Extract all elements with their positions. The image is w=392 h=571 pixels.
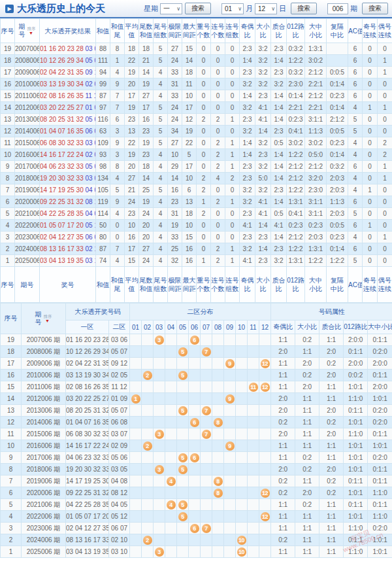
stat-cell: 0	[225, 67, 240, 78]
day-select[interactable]: 12 ∨	[255, 3, 277, 14]
stat-cell: 2:3:0	[287, 78, 305, 90]
issue-input[interactable]	[327, 3, 348, 14]
stat-cell: 2:3	[240, 161, 255, 173]
attr-cell: 2:0:0	[368, 381, 392, 393]
stat-cell: 63	[96, 126, 110, 137]
stat-cell: 10	[125, 220, 139, 232]
stat-cell: 134	[96, 173, 110, 184]
zone-position-cell	[142, 511, 154, 523]
stat-cell: 0	[225, 78, 240, 90]
stat-cell: 3:2	[271, 255, 287, 267]
sort-control[interactable]: 排序▼	[27, 26, 36, 35]
attr-cell: 1:1	[319, 381, 344, 393]
stat-cell: 24	[168, 102, 182, 114]
issue-cell: 2017006 期	[22, 452, 66, 464]
table-row: 62020006 期09 22 25 31 3208 128120:22:00:…	[1, 487, 392, 499]
attr-cell: 1:0:1	[344, 464, 368, 476]
back-numbers-cell: 02 10	[109, 534, 130, 546]
stat-cell: 0	[197, 102, 211, 114]
title-bar: ▶ 大乐透历史上的今天 星期 一 ∨ 搜索 01 ∨ 月 12 ∨ 日 搜索 期…	[0, 0, 392, 18]
attr-cell: 1:0:1	[344, 381, 368, 393]
zone-position-cell	[165, 511, 177, 523]
attr-cell: 1:1:0	[368, 487, 392, 499]
t1-col-header: 和值尾	[110, 19, 125, 43]
lottery-ball: 7	[202, 524, 211, 533]
front-numbers-cell: 02 04 22 31 35	[66, 358, 109, 370]
issue-cell: 2023006	[15, 232, 40, 243]
attr-cell: 1:1	[271, 440, 295, 452]
stat-cell: 0	[197, 220, 211, 232]
stat-cell: 3:2	[240, 243, 255, 255]
position-header: 01	[130, 320, 142, 334]
issue-header-text: 期号	[35, 311, 42, 326]
zone-position-cell: 5	[177, 405, 189, 417]
seq-cell: 7	[1, 184, 15, 196]
stat-cell: 1	[197, 196, 211, 208]
zone-position-cell	[236, 511, 248, 523]
zone-position-cell	[142, 464, 154, 476]
t1-col-header: 重号个数	[197, 19, 211, 43]
stat-cell: 6	[348, 220, 363, 232]
stat-cell: 7	[110, 243, 125, 255]
t1-col-header: 平均值	[125, 267, 139, 303]
result-cell: 19 20 30 32 33 03 05	[40, 173, 96, 184]
seq-cell: 4	[1, 220, 15, 232]
stat-cell: 0	[378, 196, 392, 208]
zone-position-cell	[189, 393, 201, 405]
stat-cell: 0:2:3	[327, 90, 348, 102]
stat-cell: 23	[168, 196, 182, 208]
stat-cell: 13	[125, 126, 139, 137]
stat-cell: 3:2	[255, 161, 271, 173]
attr-cell: 0:2	[295, 370, 319, 381]
stat-cell: 93	[96, 149, 110, 161]
attr-cell: 1:1	[295, 534, 319, 546]
stat-cell: 4	[154, 161, 168, 173]
stat-cell: 18	[125, 43, 139, 55]
stat-cell: 13	[182, 196, 197, 208]
stat-cell: 29	[168, 161, 182, 173]
zone-position-cell	[165, 358, 177, 370]
table-row: 12201400601 04 07 16 35 06 0863313235341…	[1, 126, 392, 137]
result-cell: 14 16 17 22 24 02 09	[40, 149, 96, 161]
back-numbers: 02 09	[84, 151, 96, 158]
lottery-ball: 5	[178, 347, 188, 356]
stat-cell: 0	[110, 220, 125, 232]
week-search-button[interactable]: 搜索	[185, 3, 211, 14]
zone-position-cell	[212, 346, 224, 358]
stat-cell: 2	[197, 208, 211, 220]
month-select[interactable]: 01 ∨	[221, 3, 244, 14]
zone-position-cell	[212, 358, 224, 370]
stat-cell: 5	[348, 208, 363, 220]
stat-cell: 4	[348, 149, 363, 161]
lottery-ball: 12	[261, 489, 270, 498]
t2-attrs-group-header: 号码属性	[271, 303, 392, 320]
position-header: 10	[236, 320, 248, 334]
t1-col-header: 尾数和值	[139, 19, 154, 43]
stat-cell: 0	[211, 90, 225, 102]
zone-position-cell: 3	[154, 546, 165, 558]
stat-cell: 34	[168, 126, 182, 137]
stat-cell: 31	[168, 208, 182, 220]
stat-cell: 27	[139, 90, 154, 102]
stat-cell: 3:1:1	[305, 208, 327, 220]
stat-cell: 23	[139, 149, 154, 161]
front-numbers: 04 06 23 32 33	[40, 163, 84, 170]
zone-position-cell	[212, 334, 224, 346]
sort-control[interactable]: 排序 ▼	[43, 314, 52, 323]
back-numbers-cell: 06 08	[109, 417, 130, 428]
stat-cell: 2:2:1	[305, 78, 327, 90]
stat-cell: 15	[182, 232, 197, 243]
zone-position-cell: 12	[259, 511, 271, 523]
issue-search-button[interactable]: 搜索	[362, 3, 388, 14]
back-numbers-cell: 05 07	[109, 346, 130, 358]
attr-cell: 2:0	[319, 464, 344, 476]
zone-position-cell: 3	[154, 334, 165, 346]
back-numbers: 06 08	[84, 128, 96, 135]
t1-col-header: 期号	[15, 267, 40, 303]
week-select[interactable]: 一 ∨	[160, 3, 182, 14]
stat-cell: 3:2:0	[305, 173, 327, 184]
issue-cell: 2014006	[15, 126, 40, 137]
date-search-button[interactable]: 搜索	[291, 3, 317, 14]
attr-cell: 2:0	[295, 487, 319, 499]
zone-position-cell	[130, 440, 142, 452]
